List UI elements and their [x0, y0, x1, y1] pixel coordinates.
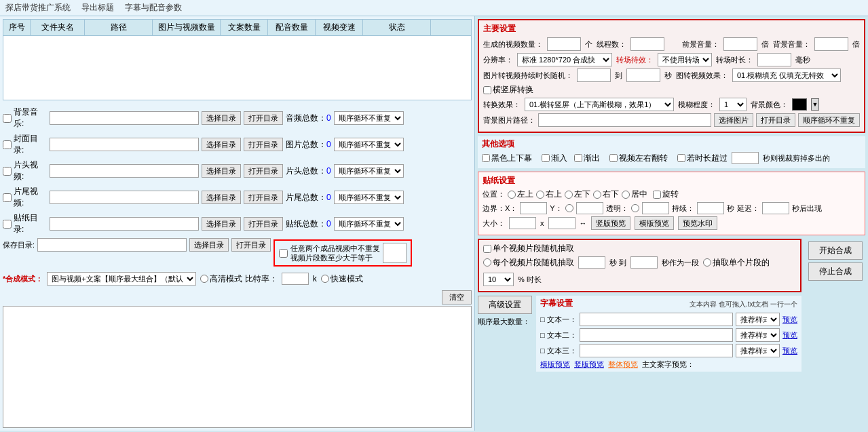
- bg-color-dropdown[interactable]: ▼: [811, 98, 819, 111]
- flip-lr-checkbox[interactable]: [609, 154, 618, 162]
- text1-preview-link[interactable]: 预览: [782, 315, 797, 325]
- single-extract-select[interactable]: 10: [483, 273, 514, 286]
- sticker-dir-checkbox-label[interactable]: 贴纸目录:: [3, 212, 47, 235]
- tail-video-checkbox-label[interactable]: 片尾视频:: [3, 186, 47, 209]
- hd-mode-radio-label[interactable]: 高清模式 比特率：: [200, 273, 277, 285]
- head-loop-select[interactable]: 顺序循环不重复: [334, 164, 404, 178]
- random-extract-radio-label[interactable]: 每个视频片段随机抽取: [483, 257, 574, 269]
- stop-compose-btn[interactable]: 停止合成: [808, 262, 863, 281]
- bg-music-input[interactable]: [50, 111, 199, 125]
- clear-log-btn[interactable]: 清空: [442, 290, 472, 305]
- pos-rotate[interactable]: 旋转: [653, 189, 679, 200]
- text3-input[interactable]: [580, 344, 733, 357]
- random-extract-radio[interactable]: [483, 258, 491, 267]
- fast-mode-radio[interactable]: [321, 275, 329, 283]
- bg-music-loop-select[interactable]: 顺序循环不重复: [334, 111, 404, 125]
- single-extract-radio-label[interactable]: 抽取单个片段的: [703, 257, 770, 269]
- head-video-open-btn[interactable]: 打开目录: [244, 164, 283, 178]
- front-audio-input[interactable]: [723, 37, 757, 51]
- extract-from-input[interactable]: [578, 256, 605, 269]
- blur-degree-select[interactable]: 1: [719, 98, 747, 111]
- single-extract-radio[interactable]: [703, 258, 711, 267]
- subtitle-params-title[interactable]: 字幕与配音参数: [125, 2, 182, 14]
- pos-left-bottom[interactable]: 左下: [565, 189, 590, 200]
- cover-dir-checkbox[interactable]: [3, 140, 12, 149]
- log-textarea[interactable]: [3, 306, 472, 428]
- time-exceed-checkbox[interactable]: [677, 154, 685, 162]
- time-exceed-checkbox-label[interactable]: 若时长超过: [677, 153, 728, 164]
- cover-dir-open-btn[interactable]: 打开目录: [244, 138, 283, 151]
- time-exceed-input[interactable]: [732, 152, 759, 164]
- img-duration-to-input[interactable]: [626, 68, 660, 82]
- text2-style-select[interactable]: 推荐样式: [736, 328, 780, 342]
- vertical-screen-checkbox-label[interactable]: 横竖屏转换: [483, 84, 533, 96]
- save-dir-select-btn[interactable]: 选择目录: [189, 238, 229, 252]
- size-w-input[interactable]: [509, 217, 536, 229]
- flip-lr-checkbox-label[interactable]: 视频左右翻转: [609, 153, 668, 164]
- pos-right-top[interactable]: 右上: [536, 189, 562, 200]
- fast-mode-radio-label[interactable]: 快速模式: [321, 273, 363, 285]
- start-compose-btn[interactable]: 开始合成: [808, 241, 863, 260]
- duration-input[interactable]: [697, 202, 724, 214]
- text1-input[interactable]: [580, 313, 733, 326]
- bg-music-checkbox[interactable]: [3, 114, 12, 123]
- border-y-radio[interactable]: [565, 204, 573, 212]
- advanced-settings-btn[interactable]: 高级设置: [478, 296, 532, 314]
- fade-out-checkbox-label[interactable]: 渐出: [574, 153, 600, 164]
- extract-checkbox-label[interactable]: 单个视频片段随机抽取: [483, 243, 574, 254]
- delay-input[interactable]: [762, 202, 789, 214]
- sticker-loop-select[interactable]: 顺序循环不重复: [334, 217, 404, 231]
- compose-mode-select[interactable]: 图与视频+文案【顺序最大组合】（默认去除原声）: [47, 272, 196, 286]
- export-title[interactable]: 导出标题: [81, 2, 114, 14]
- tail-video-open-btn[interactable]: 打开目录: [244, 191, 283, 204]
- cover-dir-input[interactable]: [50, 138, 199, 151]
- head-video-checkbox-label[interactable]: 片头视频:: [3, 159, 47, 182]
- transparent-radio[interactable]: [631, 204, 639, 212]
- open-img-dir-btn[interactable]: 打开目录: [756, 113, 795, 127]
- pos-left-top[interactable]: 左上: [508, 189, 533, 200]
- bg-music-open-btn[interactable]: 打开目录: [244, 111, 283, 125]
- select-img-btn[interactable]: 选择图片: [714, 113, 753, 127]
- fade-in-checkbox[interactable]: [542, 154, 550, 162]
- pos-right-bottom[interactable]: 右下: [593, 189, 619, 200]
- size-h-input[interactable]: [548, 217, 575, 229]
- img-duration-from-input[interactable]: [577, 68, 611, 82]
- border-x-input[interactable]: [520, 202, 547, 214]
- sticker-dir-select-btn[interactable]: 选择目录: [202, 217, 241, 231]
- vertical-screen-checkbox[interactable]: [483, 86, 491, 94]
- overall-preview-link[interactable]: 整体预览: [608, 359, 638, 370]
- cover-dir-checkbox-label[interactable]: 封面目录:: [3, 133, 47, 156]
- head-video-checkbox[interactable]: [3, 167, 12, 176]
- pos-right-bottom-radio[interactable]: [593, 191, 601, 199]
- cover-dir-select-btn[interactable]: 选择目录: [202, 138, 241, 151]
- bg-color-picker[interactable]: [792, 98, 807, 111]
- watermark-preview-btn[interactable]: 预览水印: [678, 216, 717, 230]
- extract-checkbox[interactable]: [483, 245, 491, 253]
- bg-path-input[interactable]: [538, 113, 711, 127]
- sticker-dir-checkbox[interactable]: [3, 220, 12, 229]
- resolution-select[interactable]: 标准 1280*720 合成快: [517, 53, 612, 66]
- horizontal-preview-btn[interactable]: 横版预览: [635, 216, 674, 230]
- save-dir-open-btn[interactable]: 打开目录: [231, 238, 271, 252]
- text2-input[interactable]: [580, 328, 733, 342]
- loop-no-repeat-btn[interactable]: 顺序循环不重复: [798, 113, 860, 127]
- transparent-radio-label[interactable]: [631, 204, 639, 212]
- hd-mode-radio[interactable]: [200, 275, 208, 283]
- convert-effect-select[interactable]: 01.横转竖屏（上下高斯模糊，效果1）: [525, 98, 674, 111]
- video-count-input[interactable]: [547, 37, 581, 51]
- black-screen-checkbox-label[interactable]: 黑色上下幕: [482, 153, 532, 164]
- fade-out-checkbox[interactable]: [574, 154, 582, 162]
- cover-loop-select[interactable]: 顺序循环不重复: [334, 138, 404, 151]
- text1-style-select[interactable]: 推荐样式: [736, 313, 780, 326]
- sticker-dir-open-btn[interactable]: 打开目录: [244, 217, 283, 231]
- black-screen-checkbox[interactable]: [482, 154, 490, 162]
- extract-to-input[interactable]: [630, 256, 658, 269]
- pos-left-bottom-radio[interactable]: [565, 191, 573, 199]
- pos-rotate-checkbox[interactable]: [653, 191, 661, 199]
- border-y-radio-label[interactable]: [565, 204, 573, 212]
- tail-video-checkbox[interactable]: [3, 193, 12, 202]
- no-repeat-checkbox[interactable]: [279, 249, 288, 258]
- text2-preview-link[interactable]: 预览: [782, 330, 797, 340]
- vertical-preview-btn[interactable]: 竖版预览: [591, 216, 630, 230]
- bg-audio-input[interactable]: [814, 37, 848, 51]
